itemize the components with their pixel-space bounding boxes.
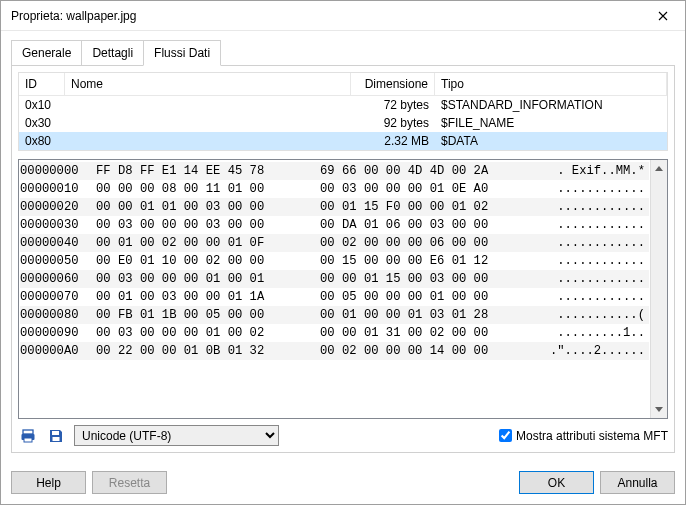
streams-table: ID Nome Dimensione Tipo 0x10 72 bytes $S… [18,72,668,151]
svg-rect-3 [52,431,59,435]
tab-dettagli[interactable]: Dettagli [81,40,144,65]
table-row[interactable]: 0x10 72 bytes $STANDARD_INFORMATION [19,96,667,114]
hex-content: 00000000FF D8 FF E1 14 EE 45 7869 66 00 … [19,160,650,418]
col-id[interactable]: ID [19,73,65,95]
col-nome[interactable]: Nome [65,73,351,95]
col-dimensione[interactable]: Dimensione [351,73,435,95]
col-tipo[interactable]: Tipo [435,73,667,95]
close-icon [658,11,668,21]
svg-rect-0 [23,430,33,434]
content-area: Generale Dettagli Flussi Dati ID Nome Di… [1,31,685,463]
mft-checkbox-label: Mostra attributi sistema MFT [516,429,668,443]
dialog-buttons: Help Resetta OK Annulla [1,463,685,504]
cancel-button[interactable]: Annulla [600,471,675,494]
table-header: ID Nome Dimensione Tipo [19,73,667,96]
tab-generale[interactable]: Generale [11,40,82,65]
scroll-track[interactable] [651,177,667,401]
tab-bar: Generale Dettagli Flussi Dati [11,39,675,65]
hex-viewer[interactable]: 00000000FF D8 FF E1 14 EE 45 7869 66 00 … [18,159,668,419]
encoding-dropdown[interactable]: Unicode (UTF-8) [74,425,279,446]
scrollbar[interactable] [650,160,667,418]
window-title: Proprieta: wallpaper.jpg [11,9,640,23]
hex-toolbar: Unicode (UTF-8) Mostra attributi sistema… [18,425,668,446]
ok-button[interactable]: OK [519,471,594,494]
svg-rect-2 [24,438,32,442]
save-icon [48,428,64,444]
print-icon [20,428,36,444]
tab-panel: ID Nome Dimensione Tipo 0x10 72 bytes $S… [11,65,675,453]
svg-rect-4 [53,437,60,441]
table-row[interactable]: 0x30 92 bytes $FILE_NAME [19,114,667,132]
table-row[interactable]: 0x80 2.32 MB $DATA [19,132,667,150]
reset-button[interactable]: Resetta [92,471,167,494]
encoding-select[interactable]: Unicode (UTF-8) [74,425,279,446]
scroll-down-icon[interactable] [651,401,667,418]
tab-flussi-dati[interactable]: Flussi Dati [143,40,221,66]
help-button[interactable]: Help [11,471,86,494]
properties-dialog: Proprieta: wallpaper.jpg Generale Dettag… [0,0,686,505]
save-button[interactable] [46,426,66,446]
mft-checkbox-input[interactable] [499,429,512,442]
print-button[interactable] [18,426,38,446]
mft-checkbox[interactable]: Mostra attributi sistema MFT [499,429,668,443]
titlebar: Proprieta: wallpaper.jpg [1,1,685,31]
scroll-up-icon[interactable] [651,160,667,177]
close-button[interactable] [640,1,685,31]
